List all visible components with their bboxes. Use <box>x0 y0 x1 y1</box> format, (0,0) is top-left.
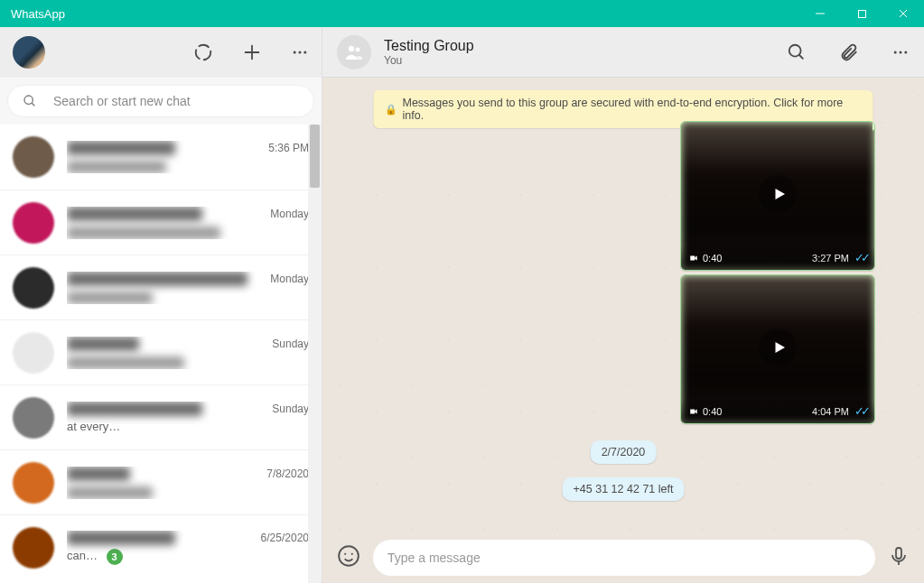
chat-preview <box>67 356 184 369</box>
conversation-menu-icon[interactable] <box>891 43 910 61</box>
mic-icon[interactable] <box>888 545 910 570</box>
search-in-chat-icon[interactable] <box>787 42 807 62</box>
system-message-chip: +45 31 12 42 71 left <box>563 477 685 501</box>
chat-time: Sunday <box>272 338 309 350</box>
chat-preview: can… 3 <box>67 549 309 565</box>
chat-preview: at every… <box>67 420 309 433</box>
play-icon[interactable] <box>759 175 797 213</box>
message-composer <box>322 532 924 583</box>
maximize-button[interactable] <box>841 0 882 27</box>
chat-avatar <box>13 332 54 374</box>
play-icon[interactable] <box>759 329 797 366</box>
chat-name <box>67 337 139 351</box>
svg-point-10 <box>24 96 33 104</box>
chat-name <box>67 207 202 221</box>
window-titlebar: WhatsApp <box>0 0 924 27</box>
menu-icon[interactable] <box>291 43 309 61</box>
read-receipt-icon: ✓✓ <box>854 404 867 418</box>
conversation-subtitle: You <box>384 54 474 67</box>
chat-time: 6/25/2020 <box>261 532 309 544</box>
chat-preview <box>67 227 220 239</box>
svg-point-7 <box>294 51 296 54</box>
chat-time: 7/8/2020 <box>266 467 309 480</box>
chat-time: Monday <box>270 208 309 220</box>
chat-preview <box>67 292 153 304</box>
close-window-button[interactable] <box>882 0 924 27</box>
svg-point-12 <box>349 45 354 51</box>
chat-list-item[interactable]: Monday <box>0 190 322 254</box>
svg-line-15 <box>799 54 804 59</box>
svg-point-13 <box>356 47 360 51</box>
left-header <box>0 27 322 78</box>
svg-point-9 <box>303 51 306 54</box>
message-time: 3:27 PM <box>812 253 849 264</box>
video-duration: 0:40 <box>703 406 722 417</box>
chat-list-panel: 5:36 PM Monday Monday Sunday <box>0 27 322 583</box>
chat-list-scrollbar[interactable] <box>308 125 322 583</box>
chat-time: Sunday <box>272 403 309 415</box>
chat-name <box>67 402 202 416</box>
message-input[interactable] <box>387 551 861 565</box>
chat-list-item[interactable]: 5:36 PM <box>0 125 322 190</box>
conversation-panel: Testing Group You <box>322 27 924 583</box>
emoji-icon[interactable] <box>337 544 360 571</box>
chat-name <box>67 531 175 545</box>
chat-name <box>67 272 247 286</box>
svg-point-21 <box>351 553 353 555</box>
attach-icon[interactable] <box>839 42 859 62</box>
svg-point-18 <box>904 51 907 53</box>
chat-avatar <box>13 202 54 244</box>
svg-point-4 <box>196 45 211 60</box>
conversation-header[interactable]: Testing Group You <box>322 27 924 78</box>
encryption-banner-text: Messages you send to this group are secu… <box>403 97 863 122</box>
search-bar <box>0 78 322 125</box>
svg-point-19 <box>339 546 359 566</box>
search-icon <box>23 94 37 108</box>
svg-point-8 <box>299 51 302 54</box>
outgoing-video-message[interactable]: 0:40 3:27 PM ✓✓ <box>680 121 875 271</box>
chat-preview <box>67 161 166 173</box>
chat-name <box>67 141 175 155</box>
chat-list-item[interactable]: Sunday at every… <box>0 384 322 449</box>
chat-avatar <box>13 462 54 504</box>
chat-preview <box>67 486 153 499</box>
svg-rect-1 <box>858 10 865 17</box>
svg-rect-22 <box>896 548 901 559</box>
outgoing-video-message[interactable]: 0:40 4:04 PM ✓✓ <box>680 274 875 424</box>
minimize-button[interactable] <box>799 0 841 27</box>
read-receipt-icon: ✓✓ <box>854 251 867 264</box>
group-avatar-icon <box>337 35 371 69</box>
message-time: 4:04 PM <box>812 406 849 417</box>
chat-list-item[interactable]: 6/25/2020 can… 3 <box>0 514 322 579</box>
window-title: WhatsApp <box>11 7 799 21</box>
svg-point-20 <box>344 553 346 555</box>
date-chip: 2/7/2020 <box>591 440 657 464</box>
status-icon[interactable] <box>193 42 213 62</box>
video-footer: 0:40 4:04 PM ✓✓ <box>681 399 874 423</box>
chat-list-item[interactable]: Monday <box>0 254 322 319</box>
chat-name <box>67 467 130 481</box>
conversation-title: Testing Group <box>384 37 474 54</box>
svg-point-17 <box>900 51 902 53</box>
chat-avatar <box>13 267 54 309</box>
chat-avatar <box>13 527 54 569</box>
chat-list-item[interactable]: 7/8/2020 <box>0 449 322 514</box>
chat-list-item[interactable]: Sunday <box>0 319 322 384</box>
svg-line-11 <box>32 103 34 106</box>
chat-time: 5:36 PM <box>268 142 309 154</box>
camera-icon <box>688 407 699 416</box>
unread-badge: 3 <box>107 549 123 565</box>
scrollbar-thumb[interactable] <box>310 125 320 188</box>
svg-point-14 <box>789 44 801 56</box>
svg-point-16 <box>894 51 897 53</box>
chat-avatar <box>13 136 54 178</box>
camera-icon <box>688 254 699 263</box>
chat-time: Monday <box>270 273 309 285</box>
user-avatar[interactable] <box>13 36 45 69</box>
lock-icon: 🔒 <box>385 104 397 116</box>
conversation-area[interactable]: 🔒 Messages you send to this group are se… <box>322 78 924 532</box>
search-input[interactable] <box>53 94 299 108</box>
chat-list: 5:36 PM Monday Monday Sunday <box>0 125 322 583</box>
chat-avatar <box>13 397 54 439</box>
new-chat-icon[interactable] <box>242 42 262 62</box>
